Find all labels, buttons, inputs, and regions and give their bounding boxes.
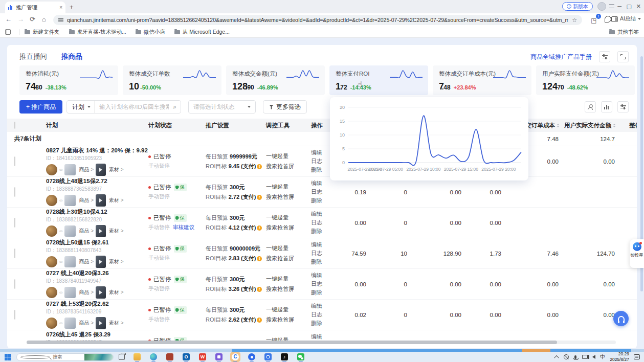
edit-link[interactable]: 编辑 (311, 179, 332, 187)
microphone-icon[interactable] (574, 355, 576, 359)
tab-promote-product[interactable]: 推商品 (61, 52, 82, 61)
select-all-checkbox[interactable] (14, 122, 15, 129)
column-settings-button[interactable] (617, 101, 629, 112)
promote-product-button[interactable]: + 推广商品 (19, 100, 62, 114)
search-input[interactable]: 输入计划名称/ID后回车搜索 (95, 103, 169, 111)
task-view-button[interactable] (119, 354, 125, 360)
material-link[interactable]: 素材 > (109, 320, 124, 327)
delete-link[interactable]: 删除 (311, 320, 332, 327)
blue-app-button[interactable] (264, 353, 272, 361)
row-checkbox[interactable] (14, 341, 15, 341)
touchpad-off-icon[interactable] (564, 354, 569, 359)
more-filters-button[interactable]: 更多筛选 (263, 100, 307, 114)
back-icon[interactable]: ← (5, 15, 12, 23)
col-header-status[interactable]: 计划状态 (148, 122, 206, 129)
row-checkbox[interactable] (14, 279, 15, 289)
briefcase-app-button[interactable] (166, 353, 174, 361)
plan-title[interactable]: 0728线上48退15保2.72 (46, 177, 148, 185)
horizontal-scrollbar-thumb[interactable] (27, 341, 557, 344)
window-maximize-button[interactable]: ▢ (627, 3, 632, 10)
new-tab-button[interactable]: + (70, 3, 74, 11)
new-version-button[interactable]: ! 新版本 (562, 2, 593, 11)
edge-browser-button[interactable] (149, 353, 158, 361)
start-button[interactable] (5, 354, 11, 360)
douyin-button[interactable]: ♪ (280, 353, 288, 361)
browser-tab[interactable]: 推广管理 × (5, 2, 65, 13)
taskbar-search[interactable]: 搜索 (16, 353, 114, 361)
warning-icon[interactable]: ! (257, 318, 262, 323)
search-top-screen-link[interactable]: 搜索抢首屏 (266, 285, 311, 293)
outlook-button[interactable]: O (182, 353, 190, 361)
metric-card[interactable]: 整体支付ROI 1.72 -14.43% (329, 65, 428, 95)
url-bar[interactable]: qianchuan.jinritemai.com/uni-prom?aavid=… (53, 15, 582, 25)
browser-menu-icon[interactable] (609, 4, 614, 8)
col-header-tools[interactable]: 调控工具 (266, 122, 311, 129)
plan-title[interactable]: 0827 儿童雨衣 14% 退：20% 保：9.92 (46, 147, 148, 154)
edit-link[interactable]: 编辑 (311, 241, 332, 248)
site-settings-icon[interactable] (58, 17, 63, 22)
one-click-boost-link[interactable]: 一键起量 (266, 214, 311, 221)
log-link[interactable]: 日志 (311, 311, 332, 319)
col-header-plan[interactable]: 计划 (46, 122, 148, 129)
home-icon[interactable]: ⌂ (42, 15, 46, 23)
one-click-boost-link[interactable]: 一键起量 (266, 336, 311, 341)
search-top-screen-link[interactable]: 搜索抢首屏 (266, 255, 311, 262)
search-top-screen-link[interactable]: 搜索抢首屏 (266, 316, 311, 324)
product-link[interactable]: 商品 > (79, 166, 94, 173)
fullscreen-button[interactable] (617, 51, 629, 62)
audience-button[interactable] (585, 101, 596, 112)
speaker-icon[interactable] (592, 355, 595, 359)
log-link[interactable]: 日志 (311, 157, 332, 165)
warning-icon[interactable]: ! (257, 164, 262, 169)
account-avatar[interactable] (46, 287, 57, 298)
log-link[interactable]: 日志 (311, 188, 332, 196)
product-thumbnail[interactable] (64, 164, 76, 175)
account-avatar[interactable] (46, 195, 57, 206)
metric-card[interactable]: 整体成交金额(元) 128.90 -46.89% (226, 65, 325, 95)
account-avatar[interactable] (46, 164, 57, 175)
material-thumbnail[interactable] (96, 194, 106, 207)
bookmark-star-icon[interactable]: ☆ (572, 17, 577, 24)
delete-link[interactable]: 删除 (311, 258, 332, 266)
chart-columns-button[interactable] (601, 101, 612, 112)
material-thumbnail[interactable] (96, 317, 106, 329)
product-link[interactable]: 商品 > (79, 320, 94, 327)
material-thumbnail[interactable] (96, 256, 106, 268)
plan-title[interactable]: 0728线上30退10保4.12 (46, 208, 148, 216)
weather-widget-thumbnail[interactable] (84, 353, 113, 361)
product-thumbnail[interactable] (64, 225, 76, 237)
product-link[interactable]: 商品 > (79, 228, 94, 235)
edit-link[interactable]: 编辑 (311, 272, 332, 279)
delete-link[interactable]: 删除 (311, 289, 332, 297)
status-filter-select[interactable]: 请筛选计划状态 (188, 100, 256, 114)
file-explorer-button[interactable] (133, 353, 141, 361)
other-bookmarks[interactable]: 其他书签 (609, 29, 639, 36)
metric-card[interactable]: 整体成交订单成本(元) 7.48 +23.84% (433, 65, 531, 95)
row-checkbox[interactable] (14, 248, 15, 258)
product-thumbnail[interactable] (64, 318, 76, 329)
material-link[interactable]: 素材 > (109, 228, 124, 235)
edit-link[interactable]: 编辑 (311, 302, 332, 310)
metric-card[interactable]: 整体消耗(元) 74.80 -38.13% (19, 65, 118, 95)
material-thumbnail[interactable] (96, 286, 106, 299)
purple-app-button[interactable] (215, 353, 223, 361)
product-manual-link[interactable]: 商品全域推广产品手册 (530, 53, 592, 61)
delete-link[interactable]: 删除 (311, 197, 332, 205)
material-link[interactable]: 素材 > (109, 166, 124, 173)
extension-bird-icon[interactable] (605, 16, 611, 22)
product-thumbnail[interactable] (64, 195, 76, 206)
active-browser-button[interactable]: C (231, 353, 239, 361)
warning-icon[interactable]: ! (257, 195, 262, 200)
warning-icon[interactable]: ! (257, 287, 262, 292)
extension-button[interactable]: ◳ 1 (591, 15, 600, 24)
browser-avatar[interactable] (597, 2, 606, 11)
search-top-screen-link[interactable]: 搜索抢首屏 (266, 193, 311, 201)
wps-button[interactable]: W (198, 353, 207, 361)
account-avatar[interactable] (46, 318, 57, 329)
material-link[interactable]: 素材 > (109, 258, 124, 265)
metric-card[interactable]: 用户实际支付金额(元) 124.70 -48.62% (536, 65, 635, 95)
account-avatar[interactable] (46, 225, 57, 237)
customer-support-button[interactable] (613, 311, 629, 326)
material-thumbnail[interactable] (96, 164, 106, 176)
metric-settings-button[interactable] (599, 51, 610, 62)
